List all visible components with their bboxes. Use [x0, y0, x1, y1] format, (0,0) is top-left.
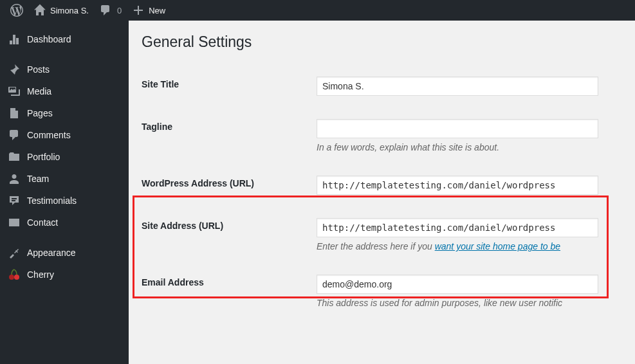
site-name-menu[interactable]: Simona S.: [28, 0, 94, 21]
cherry-icon: [8, 268, 21, 281]
plus-icon: [132, 4, 145, 17]
page-icon: [8, 107, 21, 120]
pin-icon: [8, 63, 21, 76]
link-site-url-help[interactable]: want your site home page to be: [435, 241, 560, 251]
admin-sidebar: DashboardPostsMediaPagesCommentsPortfoli…: [0, 21, 129, 364]
label-site-title: Site Title: [142, 77, 317, 89]
svg-point-1: [14, 275, 19, 280]
desc-site-url: Enter the address here if you want your …: [317, 241, 622, 251]
sidebar-item-media[interactable]: Media: [0, 80, 129, 102]
sidebar-item-label: Contact: [27, 217, 58, 228]
wordpress-logo-icon: [10, 4, 23, 17]
admin-toolbar: Simona S. 0 New: [0, 0, 635, 21]
desc-email: This address is used for admin purposes,…: [317, 298, 622, 308]
label-email: Email Address: [142, 275, 317, 287]
new-label: New: [149, 6, 165, 15]
sidebar-item-label: Comments: [27, 130, 71, 140]
comment-count: 0: [117, 6, 122, 15]
sidebar-item-team[interactable]: Team: [0, 168, 129, 190]
label-wp-url: WordPress Address (URL): [142, 176, 317, 188]
sidebar-item-label: Dashboard: [27, 34, 71, 44]
svg-point-0: [9, 275, 14, 280]
sidebar-item-testimonials[interactable]: Testimonials: [0, 190, 129, 212]
label-site-url: Site Address (URL): [142, 218, 317, 231]
row-wp-url: WordPress Address (URL): [142, 164, 622, 206]
testimonial-icon: [8, 194, 21, 207]
sidebar-item-label: Pages: [27, 108, 53, 118]
sidebar-item-label: Testimonials: [27, 196, 77, 206]
new-content-menu[interactable]: New: [127, 0, 170, 21]
sidebar-item-contact[interactable]: Contact: [0, 212, 129, 233]
wp-logo-menu[interactable]: [5, 0, 28, 21]
team-icon: [8, 172, 21, 185]
sidebar-item-cherry[interactable]: Cherry: [0, 264, 129, 286]
sidebar-item-label: Posts: [27, 64, 50, 75]
row-site-title: Site Title: [142, 65, 622, 107]
sidebar-item-label: Appearance: [27, 248, 76, 258]
menu-separator: [0, 237, 129, 238]
sidebar-item-dashboard[interactable]: Dashboard: [0, 28, 129, 50]
comments-menu[interactable]: 0: [94, 0, 127, 21]
sidebar-item-posts[interactable]: Posts: [0, 59, 129, 80]
row-email: Email Address This address is used for a…: [142, 263, 622, 320]
comment-icon: [99, 4, 112, 17]
input-wp-url[interactable]: [317, 176, 598, 195]
menu-separator: [0, 54, 129, 55]
media-icon: [8, 85, 21, 98]
comment-icon: [8, 129, 21, 141]
row-site-url: Site Address (URL) Enter the address her…: [142, 206, 622, 263]
label-tagline: Tagline: [142, 119, 317, 132]
input-site-title[interactable]: [317, 77, 598, 96]
input-email[interactable]: [317, 275, 598, 294]
site-name-label: Simona S.: [50, 6, 89, 15]
sidebar-item-portfolio[interactable]: Portfolio: [0, 146, 129, 168]
row-tagline: Tagline In a few words, explain what thi…: [142, 107, 622, 164]
sidebar-item-label: Portfolio: [27, 152, 60, 162]
portfolio-icon: [8, 150, 21, 163]
sidebar-item-label: Team: [27, 174, 49, 184]
input-tagline[interactable]: [317, 119, 598, 138]
sidebar-item-label: Media: [27, 86, 51, 96]
settings-form: Site Title Tagline In a few words, expla…: [142, 65, 622, 320]
dashboard-icon: [8, 33, 21, 46]
appearance-icon: [8, 246, 21, 259]
desc-tagline: In a few words, explain what this site i…: [317, 142, 622, 152]
sidebar-item-pages[interactable]: Pages: [0, 102, 129, 124]
sidebar-item-comments[interactable]: Comments: [0, 124, 129, 146]
page-title: General Settings: [142, 33, 622, 51]
main-content: General Settings Site Title Tagline In a…: [129, 21, 635, 364]
sidebar-item-label: Cherry: [27, 269, 54, 280]
sidebar-item-appearance[interactable]: Appearance: [0, 242, 129, 264]
home-icon: [33, 4, 46, 17]
contact-icon: [8, 216, 21, 229]
input-site-url[interactable]: [317, 218, 598, 237]
